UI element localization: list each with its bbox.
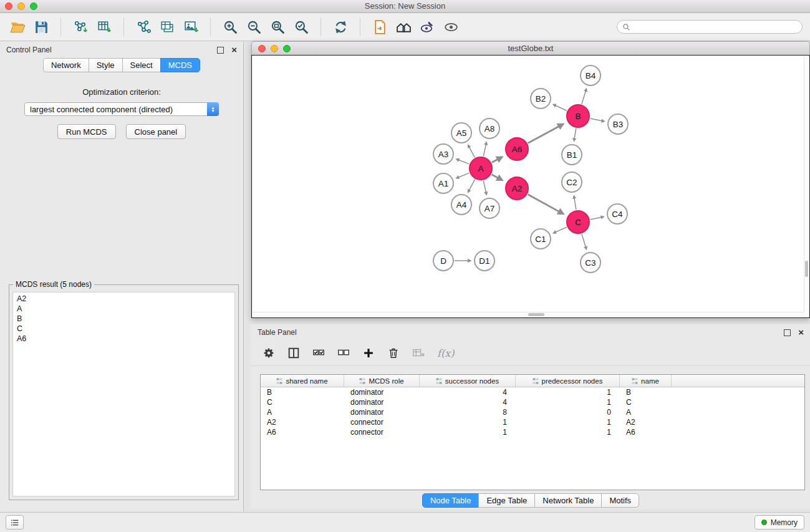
graph-node-C3[interactable]: C3 bbox=[580, 252, 601, 273]
tab-motifs[interactable]: Motifs bbox=[601, 493, 639, 508]
table-row[interactable]: Adominator80A bbox=[261, 407, 804, 417]
table-row[interactable]: Bdominator41B bbox=[261, 387, 804, 397]
float-panel-icon[interactable] bbox=[217, 47, 224, 54]
import-network-icon[interactable] bbox=[70, 17, 90, 37]
open-session-icon[interactable] bbox=[370, 17, 390, 37]
open-file-icon[interactable] bbox=[7, 17, 27, 37]
graph-node-A[interactable]: A bbox=[469, 157, 493, 180]
zoom-fit-icon[interactable] bbox=[268, 17, 287, 37]
graph-edge-A-A6[interactable] bbox=[492, 157, 502, 163]
tab-edge-table[interactable]: Edge Table bbox=[478, 493, 535, 508]
graph-edge-A-A4[interactable] bbox=[468, 180, 475, 193]
export-image-icon[interactable] bbox=[181, 17, 201, 37]
graph-edge-A-A1[interactable] bbox=[456, 173, 470, 178]
graph-node-A6[interactable]: A6 bbox=[505, 137, 529, 161]
graph-node-B2[interactable]: B2 bbox=[530, 88, 551, 109]
table-row[interactable]: A2connector11A2 bbox=[261, 417, 804, 427]
graph-node-B3[interactable]: B3 bbox=[607, 114, 629, 135]
graph-edge-C-C2[interactable] bbox=[574, 196, 576, 210]
graph-edge-A2-C[interactable] bbox=[528, 195, 564, 214]
table-row[interactable]: Cdominator41C bbox=[261, 397, 804, 407]
tab-network[interactable]: Network bbox=[43, 58, 89, 72]
column-header-predecessor-nodes[interactable]: predecessor nodes bbox=[516, 375, 620, 387]
graph-node-C1[interactable]: C1 bbox=[530, 228, 551, 249]
graph-edge-A6-B[interactable] bbox=[528, 124, 564, 143]
search-input[interactable] bbox=[634, 22, 797, 32]
criterion-dropdown[interactable]: largest connected component (directed) ▲… bbox=[24, 102, 219, 116]
network-canvas[interactable]: B4B2BB3A5A8A6A3AB1A1A2C2A4A7C4CC1DD1C3 bbox=[251, 55, 810, 318]
memory-button[interactable]: Memory bbox=[755, 515, 804, 530]
vertical-scrollbar[interactable] bbox=[804, 56, 809, 312]
table-row[interactable]: A6connector11A6 bbox=[261, 427, 804, 437]
graph-edge-B-B2[interactable] bbox=[553, 104, 567, 110]
select-all-icon[interactable] bbox=[310, 344, 327, 362]
graph-node-A5[interactable]: A5 bbox=[451, 122, 472, 143]
tab-select[interactable]: Select bbox=[122, 58, 161, 72]
save-icon[interactable] bbox=[31, 17, 51, 37]
graph-node-C[interactable]: C bbox=[566, 210, 590, 234]
close-panel-button[interactable]: Close panel bbox=[126, 124, 186, 139]
column-header-successor-nodes[interactable]: successor nodes bbox=[420, 375, 516, 387]
clone-network-icon[interactable] bbox=[157, 17, 177, 37]
graph-edge-A-A7[interactable] bbox=[483, 181, 486, 195]
task-history-button[interactable] bbox=[6, 515, 24, 530]
delete-table-icon[interactable] bbox=[410, 344, 427, 362]
column-header-shared-name[interactable]: shared name bbox=[261, 375, 344, 387]
graph-edge-A-A5[interactable] bbox=[468, 145, 475, 158]
mcds-result-item[interactable]: A6 bbox=[13, 334, 234, 344]
close-panel-icon[interactable]: × bbox=[231, 47, 237, 53]
graph-edge-C-C3[interactable] bbox=[582, 234, 587, 249]
search-box[interactable] bbox=[617, 20, 803, 34]
tab-network-table[interactable]: Network Table bbox=[534, 493, 602, 508]
graph-node-A3[interactable]: A3 bbox=[433, 143, 454, 165]
new-network-icon[interactable] bbox=[133, 17, 153, 37]
gear-icon[interactable] bbox=[260, 344, 277, 362]
tab-node-table[interactable]: Node Table bbox=[422, 493, 480, 508]
graph-node-B[interactable]: B bbox=[566, 104, 590, 128]
add-row-icon[interactable] bbox=[360, 344, 377, 362]
graph-node-C2[interactable]: C2 bbox=[561, 172, 582, 193]
graph-edge-B-B4[interactable] bbox=[582, 89, 587, 104]
deselect-all-icon[interactable] bbox=[335, 344, 352, 362]
graph-node-D1[interactable]: D1 bbox=[474, 250, 495, 271]
graph-node-A4[interactable]: A4 bbox=[451, 194, 472, 215]
zoom-in-icon[interactable] bbox=[220, 17, 240, 37]
zoom-out-icon[interactable] bbox=[244, 17, 264, 37]
float-table-panel-icon[interactable] bbox=[784, 329, 791, 336]
columns-icon[interactable] bbox=[285, 344, 302, 362]
run-mcds-button[interactable]: Run MCDS bbox=[57, 124, 116, 139]
mcds-result-list[interactable]: A2ABCA6 bbox=[12, 292, 235, 496]
close-table-panel-icon[interactable]: × bbox=[798, 329, 804, 336]
mcds-result-item[interactable]: A2 bbox=[13, 294, 234, 304]
graph-edge-C-C1[interactable] bbox=[553, 227, 566, 233]
graph-node-A8[interactable]: A8 bbox=[479, 118, 500, 139]
network-window-titlebar[interactable]: testGlobe.txt bbox=[251, 41, 810, 55]
home-icon[interactable] bbox=[393, 17, 413, 37]
graph-node-C4[interactable]: C4 bbox=[607, 203, 628, 225]
graph-node-A7[interactable]: A7 bbox=[479, 198, 500, 219]
graph-edge-A-A8[interactable] bbox=[483, 142, 486, 157]
horizontal-scrollbar[interactable] bbox=[253, 312, 804, 317]
fx-icon[interactable]: f(x) bbox=[435, 344, 456, 362]
tab-mcds[interactable]: MCDS bbox=[160, 58, 200, 72]
graph-node-B1[interactable]: B1 bbox=[561, 144, 582, 165]
delete-row-icon[interactable] bbox=[385, 344, 402, 362]
zoom-selected-icon[interactable] bbox=[291, 17, 311, 37]
graph-node-D[interactable]: D bbox=[433, 250, 454, 271]
mcds-result-item[interactable]: B bbox=[13, 314, 234, 324]
graph-edge-C-C4[interactable] bbox=[591, 217, 604, 220]
refresh-icon[interactable] bbox=[330, 17, 350, 37]
import-table-icon[interactable] bbox=[94, 17, 114, 37]
graph-node-A1[interactable]: A1 bbox=[433, 173, 454, 194]
graph-edge-B-B1[interactable] bbox=[574, 128, 576, 141]
graph-node-A2[interactable]: A2 bbox=[505, 177, 529, 200]
column-header-name[interactable]: name bbox=[620, 375, 672, 387]
tab-style[interactable]: Style bbox=[89, 58, 123, 72]
graph-edge-A-A3[interactable] bbox=[456, 159, 470, 164]
mcds-result-item[interactable]: A bbox=[13, 304, 234, 314]
graph-edge-A-A2[interactable] bbox=[492, 175, 503, 180]
graph-edge-B-B3[interactable] bbox=[591, 118, 605, 122]
hide-annotations-icon[interactable] bbox=[417, 17, 437, 37]
column-header-MCDS-role[interactable]: MCDS role bbox=[344, 375, 420, 387]
graph-node-B4[interactable]: B4 bbox=[580, 65, 601, 86]
